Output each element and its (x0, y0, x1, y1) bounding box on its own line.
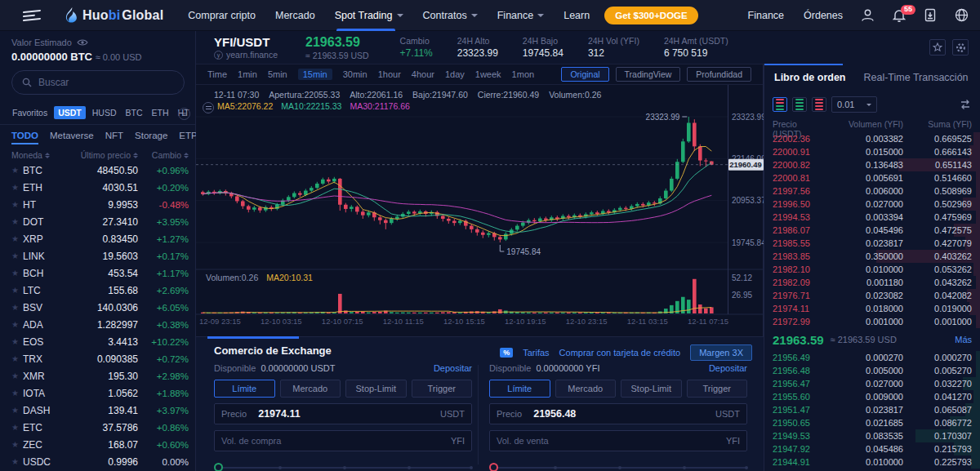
star-icon[interactable]: ★ (11, 217, 23, 226)
ask-row-5[interactable]: 21996.500.0270000.502969 (764, 198, 980, 211)
star-icon[interactable]: ★ (11, 200, 23, 209)
coin-row-zec[interactable]: ★ZEC168.07+0.60% (0, 436, 195, 453)
buy-slider-handle[interactable] (214, 463, 223, 471)
coin-row-bsv[interactable]: ★BSV140.0306+6.05% (0, 299, 195, 316)
coin-row-xrp[interactable]: ★XRP0.83450+1.27% (0, 230, 195, 247)
candlestick-chart[interactable]: 23323.9922146.0920953.3719745.8452.1226.… (196, 85, 764, 336)
tab-realtime-transactions[interactable]: Real-Time Transacción (864, 72, 969, 83)
language-globe-icon[interactable] (955, 8, 969, 22)
bid-row-4[interactable]: 21951.470.0238170.065087 (764, 403, 980, 416)
interval-30min[interactable]: 30min (343, 69, 368, 79)
coin-row-dash[interactable]: ★DASH139.41+3.97% (0, 402, 195, 419)
star-icon[interactable]: ★ (11, 354, 23, 363)
star-icon[interactable]: ★ (11, 440, 23, 449)
nav-item-comprar-cripto[interactable]: Comprar cripto (188, 0, 256, 31)
coin-row-bch[interactable]: ★BCH453.54+1.17% (0, 264, 195, 282)
bid-row-5[interactable]: 21950.650.0216850.086772 (764, 416, 980, 429)
star-icon[interactable]: ★ (11, 406, 23, 415)
coin-row-link[interactable]: ★LINK19.5603+0.17% (0, 247, 195, 264)
coin-row-trx[interactable]: ★TRX0.090385+0.72% (0, 350, 195, 367)
eye-icon[interactable] (77, 38, 88, 47)
sort-moneda[interactable]: Moneda (11, 150, 50, 160)
ask-row-7[interactable]: 21986.070.0454960.472575 (764, 224, 980, 237)
star-icon[interactable]: ★ (11, 303, 23, 312)
ask-row-14[interactable]: 21972.990.0010000.001000 (764, 315, 980, 328)
book-view-asks-icon[interactable] (812, 97, 826, 112)
bid-row-8[interactable]: 21944.910.0100000.225793 (764, 455, 980, 469)
settings-button[interactable] (952, 39, 969, 56)
bid-row-1[interactable]: 21956.480.0050000.005270 (764, 364, 980, 377)
quote-tab-usdt[interactable]: USDT (54, 106, 86, 119)
coin-row-btc[interactable]: ★BTC48450.50+0.96% (0, 162, 195, 179)
ask-row-12[interactable]: 21976.710.0230820.042082 (764, 289, 980, 302)
star-icon[interactable]: ★ (11, 286, 23, 295)
ma-settings-icon[interactable] (203, 102, 214, 113)
quote-tab-favoritos[interactable]: Favoritos (10, 106, 50, 119)
precision-select[interactable]: 0.01 (831, 96, 877, 113)
bid-row-0[interactable]: 21956.490.0002700.000270 (764, 351, 980, 364)
buy-type-mercado[interactable]: Mercado (280, 380, 341, 398)
margin-3x-button[interactable]: Margen 3X (690, 344, 752, 361)
ask-row-1[interactable]: 22000.910.0150000.666143 (764, 145, 980, 158)
interval-1day[interactable]: 1day (445, 69, 465, 79)
star-icon[interactable]: ★ (11, 251, 23, 260)
sort-ltimo-precio[interactable]: Último precio (81, 150, 138, 160)
nav-item-finance[interactable]: Finance (497, 0, 544, 31)
user-account-icon[interactable] (861, 8, 875, 22)
buy-type-l-mite[interactable]: Límite (214, 380, 275, 398)
bid-row-3[interactable]: 21955.600.0090000.041270 (764, 390, 980, 403)
interval-4hour[interactable]: 4hour (412, 69, 434, 79)
star-icon[interactable]: ★ (11, 371, 23, 380)
search-input[interactable] (38, 77, 161, 88)
notifications-bell-icon[interactable]: 55 (893, 8, 906, 22)
interval-1hour[interactable]: 1hour (378, 69, 401, 79)
buy-with-card-link[interactable]: Comprar con tarjeta de crédito (559, 348, 681, 358)
transfer-swap-icon[interactable] (959, 99, 972, 110)
ask-row-8[interactable]: 21985.550.0238170.427079 (764, 237, 980, 250)
ask-row-4[interactable]: 21997.560.0060000.508969 (764, 184, 980, 198)
ask-row-11[interactable]: 21982.090.0011800.043262 (764, 276, 980, 289)
ask-row-0[interactable]: 22002.360.0033820.669525 (764, 132, 980, 145)
coin-row-ada[interactable]: ★ADA1.282997+0.38% (0, 316, 195, 333)
quote-tabs-more-icon[interactable]: ≡ (178, 108, 190, 120)
coin-row-usdc[interactable]: ★USDC0.99960.00% (0, 453, 195, 470)
app-download-icon[interactable] (924, 8, 937, 22)
buy-type-trigger[interactable]: Trigger (412, 380, 473, 398)
quote-tab-btc[interactable]: BTC (123, 106, 145, 119)
sell-slider-handle[interactable] (489, 463, 498, 471)
interval-1min[interactable]: 1min (238, 69, 257, 79)
coin-row-ht[interactable]: ★HT9.9953-0.48% (0, 196, 195, 213)
star-icon[interactable]: ★ (11, 234, 23, 243)
sell-amount-input[interactable]: Vol. de venta YFI (489, 430, 747, 451)
favorite-star-button[interactable] (929, 39, 946, 56)
sell-type-trigger[interactable]: Trigger (687, 380, 748, 398)
coin-row-eth[interactable]: ★ETH4030.51+0.20% (0, 179, 195, 196)
view-tab-original[interactable]: Original (561, 67, 608, 82)
buy-amount-input[interactable]: Vol. de compra YFI (214, 430, 472, 451)
ask-row-3[interactable]: 22000.810.0056910.514660 (764, 171, 980, 184)
fees-link[interactable]: Tarifas (523, 348, 549, 358)
huobi-logo[interactable]: HuobiGlobal (65, 7, 163, 23)
star-icon[interactable]: ★ (11, 269, 23, 278)
menu-icon[interactable] (23, 9, 41, 20)
coin-row-eos[interactable]: ★EOS3.4413+10.22% (0, 333, 195, 350)
nav-item-rdenes[interactable]: Órdenes (804, 0, 843, 31)
interval-1mon[interactable]: 1mon (512, 69, 535, 79)
star-icon[interactable]: ★ (11, 423, 23, 432)
nav-item-finance[interactable]: Finance (748, 0, 784, 31)
coin-row-dot[interactable]: ★DOT27.3410+3.95% (0, 213, 195, 230)
star-icon[interactable]: ★ (11, 389, 23, 398)
sell-price-input[interactable]: Precio 21956.48 USDT (489, 403, 747, 424)
book-view-bids-icon[interactable] (792, 97, 807, 112)
deposit-link-buy[interactable]: Depositar (434, 363, 472, 373)
book-view-all-icon[interactable] (773, 97, 787, 112)
quote-tab-husd[interactable]: HUSD (90, 106, 119, 119)
ask-row-13[interactable]: 21974.110.0180000.019000 (764, 302, 980, 315)
interval-5min[interactable]: 5min (268, 69, 287, 79)
category-tab-nft[interactable]: NFT (105, 131, 123, 144)
sell-type-stop-limit[interactable]: Stop-Limit (621, 380, 682, 398)
bid-row-6[interactable]: 21949.530.0835350.170307 (764, 429, 980, 442)
buy-type-stop-limit[interactable]: Stop-Limit (345, 380, 407, 398)
buy-price-input[interactable]: Precio 21974.11 USDT (214, 403, 472, 424)
coin-row-ltc[interactable]: ★LTC155.68+2.69% (0, 282, 195, 299)
